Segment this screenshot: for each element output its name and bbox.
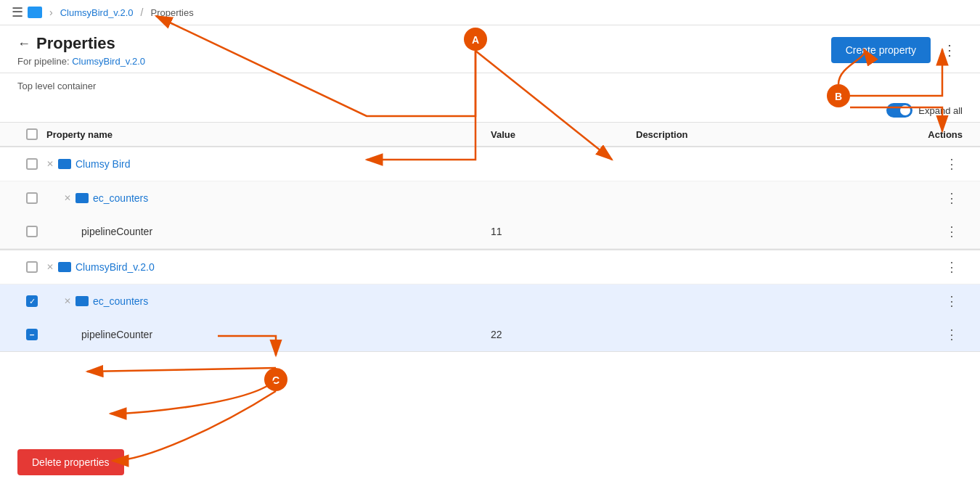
row4-kebab[interactable]: ⋮ <box>941 258 963 276</box>
header-kebab-button[interactable]: ⋮ <box>936 38 963 62</box>
row3-checkbox[interactable] <box>26 226 38 237</box>
table-row: ✕ ec_counters ⋮ <box>0 284 980 318</box>
table-row: pipelineCounter 22 ⋮ <box>0 318 980 352</box>
row6-name: pipelineCounter <box>81 329 152 340</box>
back-button[interactable]: ← <box>17 36 30 52</box>
table-row: pipelineCounter 11 ⋮ <box>0 215 980 249</box>
row5-expand-icon[interactable]: ✕ <box>64 296 71 306</box>
col-value: Value <box>491 129 636 140</box>
row2-checkbox[interactable] <box>26 192 38 204</box>
col-property-name: Property name <box>46 129 491 140</box>
row2-kebab[interactable]: ⋮ <box>941 189 963 208</box>
row2-name[interactable]: ec_counters <box>93 192 148 204</box>
row3-kebab[interactable]: ⋮ <box>941 222 963 241</box>
row3-name: pipelineCounter <box>81 226 152 237</box>
pipeline-label: For pipeline: ClumsyBird_v.2.0 <box>17 56 145 67</box>
table-row: ✕ Clumsy Bird ⋮ <box>0 147 980 181</box>
pipeline-link[interactable]: ClumsyBird_v.2.0 <box>72 56 145 67</box>
row1-folder-icon <box>58 159 71 169</box>
project-folder-icon <box>28 7 42 18</box>
table-body: ✕ Clumsy Bird ⋮ ✕ ec_counters ⋮ pipe <box>0 147 980 352</box>
breadcrumb-current: Properties <box>150 7 193 18</box>
row5-checkbox[interactable] <box>26 295 38 307</box>
top-bar: ☰ › ClumsyBird_v.2.0 / Properties <box>0 0 980 25</box>
table-row: ✕ ClumsyBird_v.2.0 ⋮ <box>0 249 980 284</box>
create-property-button[interactable]: Create property <box>831 37 931 63</box>
table-row: ✕ ec_counters ⋮ <box>0 181 980 215</box>
row1-name[interactable]: Clumsy Bird <box>75 158 130 170</box>
row5-kebab[interactable]: ⋮ <box>941 292 963 311</box>
table-header: Property name Value Description Actions <box>0 122 980 147</box>
row4-name[interactable]: ClumsyBird_v.2.0 <box>75 261 155 273</box>
row5-name[interactable]: ec_counters <box>93 295 148 307</box>
row3-value: 11 <box>491 226 636 237</box>
row1-kebab[interactable]: ⋮ <box>941 155 963 173</box>
col-actions: Actions <box>854 129 963 140</box>
hamburger-icon[interactable]: ☰ <box>12 4 23 20</box>
row1-checkbox[interactable] <box>26 158 38 170</box>
row4-checkbox[interactable] <box>26 261 38 273</box>
page-title: Properties <box>36 34 115 53</box>
row6-kebab[interactable]: ⋮ <box>941 325 963 344</box>
row6-value: 22 <box>491 329 636 340</box>
row4-folder-icon <box>58 262 71 272</box>
page-header: ← Properties For pipeline: ClumsyBird_v.… <box>0 25 980 73</box>
row2-folder-icon <box>75 193 89 203</box>
breadcrumb-project[interactable]: ClumsyBird_v.2.0 <box>60 7 134 18</box>
expand-all-label: Expand all <box>918 105 963 116</box>
select-all-checkbox[interactable] <box>26 128 38 140</box>
col-description: Description <box>636 129 854 140</box>
row5-folder-icon <box>75 296 89 306</box>
container-label: Top level container <box>0 73 980 99</box>
row1-expand-icon[interactable]: ✕ <box>46 159 54 169</box>
expand-all-toggle[interactable] <box>886 103 912 118</box>
row4-expand-icon[interactable]: ✕ <box>46 262 54 272</box>
row6-checkbox[interactable] <box>26 329 38 340</box>
row2-expand-icon[interactable]: ✕ <box>64 193 71 203</box>
expand-all-bar: Expand all <box>0 99 980 122</box>
